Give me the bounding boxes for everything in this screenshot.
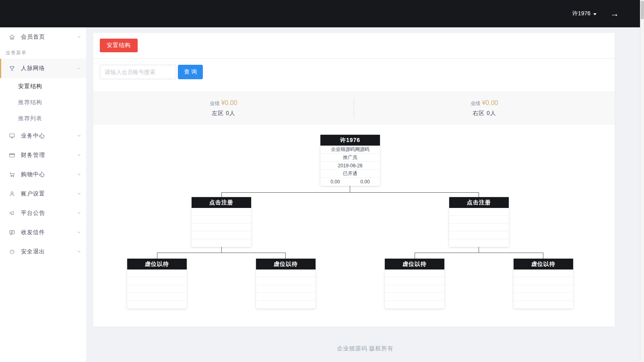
logout-arrow-icon[interactable]: → (610, 9, 619, 18)
sidebar-item-label: 业务中心 (21, 132, 45, 140)
tree-connector (157, 253, 286, 253)
tree-connector (479, 247, 479, 253)
sidebar-section-label: 业务菜单 (0, 47, 86, 59)
vacant-slot-header[interactable]: 虚位以待 (514, 259, 573, 269)
megaphone-icon (8, 210, 16, 217)
right-zone-stats: 业绩¥0.00 右区 0人 (354, 91, 615, 125)
power-icon (8, 248, 16, 255)
sidebar-item-label: 收发信件 (21, 229, 45, 236)
sidebar-item-logout[interactable]: 安全退出 (0, 242, 86, 261)
username: 许1976 (572, 10, 590, 17)
chevron-down-icon (77, 190, 81, 197)
chevron-down-icon (77, 152, 81, 158)
vacant-slot-header[interactable]: 虚位以待 (127, 259, 187, 269)
tree-node-root-date: 2019-06-26 (320, 162, 380, 170)
tree-node-root-values: 0.00 0.00 (320, 178, 380, 186)
register-button[interactable]: 点击注册 (449, 197, 509, 208)
chevron-down-icon (77, 248, 81, 255)
sidebar-subitem-referral-structure[interactable]: 推荐结构 (0, 94, 86, 110)
left-zone-stats: 业绩¥0.00 左区 0人 (93, 91, 354, 125)
footer-copyright: 企业猫源码 版权所有 (87, 345, 644, 352)
tree-node-root-status: 已开通 (320, 170, 380, 178)
bank-card-icon (8, 152, 16, 159)
tree-connector (285, 253, 286, 259)
placement-tree: 许1976 企业猫源码网源码 推广员 2019-06-26 已开通 0.00 0… (93, 125, 615, 326)
monitor-icon (8, 132, 16, 140)
zone-stats-band: 业绩¥0.00 左区 0人 业绩¥0.00 右区 0人 (93, 91, 615, 125)
cart-icon (8, 171, 16, 178)
tree-node-vacant-4: 虚位以待 (514, 259, 573, 309)
tree-node-child-right: 点击注册 (449, 197, 509, 247)
chevron-down-icon (77, 132, 81, 139)
tree-node-root-title: 许1976 (320, 135, 380, 146)
tree-connector (350, 186, 350, 192)
sidebar-item-label: 账户设置 (21, 190, 45, 197)
tree-connector (157, 253, 157, 259)
sidebar-item-label: 购物中心 (21, 171, 45, 178)
tree-node-vacant-2: 虚位以待 (256, 259, 316, 309)
sidebar-item-label: 人脉网络 (21, 65, 45, 72)
caret-down-icon (593, 13, 597, 15)
scrollbar-thumb[interactable] (641, 1, 644, 19)
sidebar-item-messages[interactable]: 收发信件 (0, 223, 86, 242)
vacant-slot-header[interactable]: 虚位以待 (256, 259, 316, 269)
sidebar-item-announcements[interactable]: 平台公告 (0, 204, 86, 223)
sidebar-subitem-referral-list[interactable]: 推荐列表 (0, 110, 86, 126)
chat-icon (8, 229, 16, 236)
tree-node-vacant-1: 虚位以待 (127, 259, 187, 309)
content-card: 安置结构 查 询 业绩¥0.00 左区 0人 业绩¥0.00 右区 0人 (93, 33, 615, 327)
home-icon (8, 33, 16, 41)
sidebar-item-account-settings[interactable]: 账户设置 (0, 184, 86, 204)
placement-structure-button[interactable]: 安置结构 (100, 39, 138, 52)
tree-node-root: 许1976 企业猫源码网源码 推广员 2019-06-26 已开通 0.00 0… (320, 135, 380, 186)
left-zone-count: 左区 0人 (212, 110, 235, 117)
main-content: 安置结构 查 询 业绩¥0.00 左区 0人 业绩¥0.00 右区 0人 (87, 27, 644, 362)
sidebar-item-business-center[interactable]: 业务中心 (0, 126, 86, 146)
tree-connector (221, 247, 222, 253)
user-dropdown[interactable]: 许1976 (572, 10, 597, 17)
chevron-down-icon (77, 33, 81, 40)
tree-connector (221, 192, 479, 193)
tree-node-vacant-3: 虚位以待 (385, 259, 444, 309)
right-zone-performance: 业绩¥0.00 (471, 99, 498, 107)
tree-node-root-role: 推广员 (320, 154, 380, 162)
root-right-value: 0.00 (350, 179, 380, 185)
tree-connector (415, 253, 415, 259)
member-search-input[interactable] (100, 65, 176, 79)
trophy-icon (8, 65, 16, 72)
chevron-down-icon (77, 229, 81, 235)
left-zone-amount: ¥0.00 (221, 99, 237, 106)
sidebar-item-network[interactable]: 人脉网络 (0, 59, 86, 78)
scrollbar-track[interactable] (640, 0, 644, 362)
tree-connector (415, 253, 543, 253)
register-button[interactable]: 点击注册 (192, 197, 251, 208)
left-zone-performance: 业绩¥0.00 (210, 99, 237, 107)
sidebar-item-label: 会员首页 (21, 33, 45, 41)
sidebar: 会员首页 业务菜单 人脉网络 安置结构 推荐结构 推荐列表 业务中心 财务管理 (0, 27, 87, 362)
tree-connector (543, 253, 543, 259)
sidebar-item-member-home[interactable]: 会员首页 (0, 27, 86, 47)
topbar: 许1976 → (0, 0, 644, 27)
tree-node-root-site: 企业猫源码网源码 (320, 146, 380, 154)
sidebar-item-label: 财务管理 (21, 152, 45, 159)
sidebar-subitem-placement-structure[interactable]: 安置结构 (0, 78, 86, 94)
tree-node-child-left: 点击注册 (192, 197, 251, 247)
chevron-up-icon (77, 65, 81, 71)
sidebar-item-label: 安全退出 (21, 248, 45, 255)
right-zone-count: 右区 0人 (473, 110, 496, 117)
right-zone-amount: ¥0.00 (482, 99, 498, 106)
card-header: 安置结构 (93, 33, 615, 59)
sidebar-item-label: 平台公告 (21, 210, 45, 217)
query-button[interactable]: 查 询 (178, 65, 203, 79)
root-left-value: 0.00 (320, 179, 350, 185)
search-row: 查 询 (93, 59, 615, 85)
user-icon (8, 190, 16, 197)
sidebar-item-shopping[interactable]: 购物中心 (0, 165, 86, 184)
chevron-down-icon (77, 171, 81, 177)
chevron-down-icon (77, 210, 81, 216)
sidebar-item-finance[interactable]: 财务管理 (0, 146, 86, 165)
vacant-slot-header[interactable]: 虚位以待 (385, 259, 444, 269)
